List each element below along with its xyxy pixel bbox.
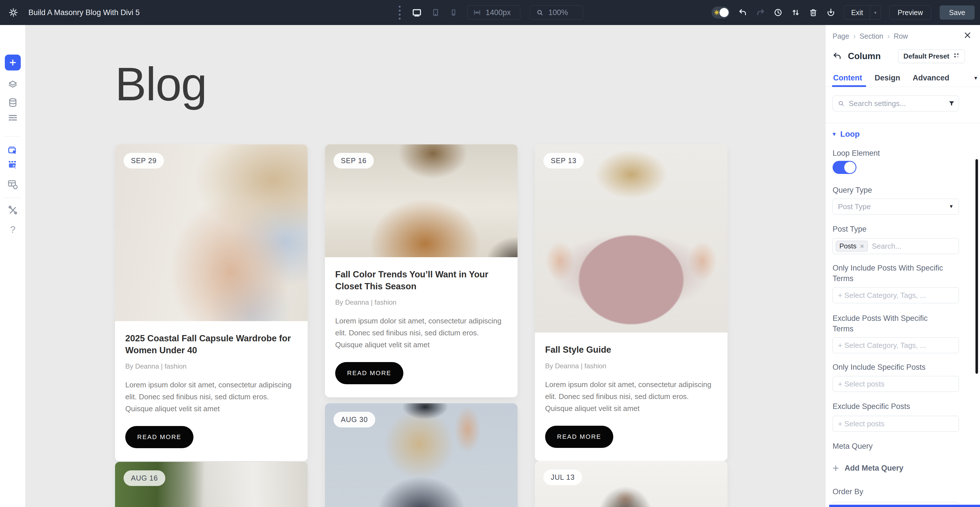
post-date-badge: AUG 16 bbox=[124, 470, 165, 486]
chip-label: Posts bbox=[839, 242, 856, 250]
settings-tabs: Content Design Advanced ▾ bbox=[833, 73, 966, 83]
blog-post-card[interactable]: SEP 29 2025 Coastal Fall Capsule Wardrob… bbox=[115, 144, 308, 461]
block-select-mode-icon[interactable] bbox=[0, 160, 25, 171]
post-date-badge: SEP 29 bbox=[124, 153, 164, 169]
post-card-body: 2025 Coastal Fall Capsule Wardrobe for W… bbox=[115, 321, 308, 461]
page-settings-gear-icon[interactable] bbox=[8, 8, 18, 18]
breadcrumb-item-row[interactable]: Row bbox=[894, 32, 908, 40]
light-dark-mode-toggle[interactable] bbox=[711, 6, 730, 19]
blog-post-card[interactable]: AUG 30 bbox=[325, 403, 517, 507]
include-posts-label: Only Include Specific Posts bbox=[832, 362, 943, 373]
blog-post-card[interactable]: AUG 16 bbox=[115, 462, 308, 507]
help-icon[interactable]: ? bbox=[0, 224, 25, 235]
post-title[interactable]: 2025 Coastal Fall Capsule Wardrobe for W… bbox=[125, 333, 298, 356]
post-type-label: Post Type bbox=[832, 224, 943, 234]
toolbar-left: Build A Masonry Blog With Divi 5 bbox=[8, 0, 140, 25]
post-date-badge: SEP 16 bbox=[334, 153, 374, 169]
redo-icon[interactable] bbox=[756, 8, 765, 17]
view-options-kebab-icon[interactable] bbox=[397, 5, 402, 21]
exclude-terms-label: Exclude Posts With Specific Terms bbox=[832, 313, 943, 334]
page-layout-icon[interactable] bbox=[0, 179, 25, 190]
post-title[interactable]: Fall Style Guide bbox=[545, 344, 717, 356]
add-meta-query-button[interactable]: + Add Meta Query bbox=[832, 463, 903, 474]
portability-icon[interactable] bbox=[826, 8, 835, 17]
tablet-view-icon[interactable] bbox=[431, 8, 440, 17]
toolbar-right: Exit ▾ Preview Save bbox=[711, 0, 975, 25]
read-more-button[interactable]: READ MORE bbox=[125, 426, 193, 448]
viewport-width-input[interactable]: 1400px bbox=[467, 5, 520, 20]
database-icon[interactable] bbox=[0, 97, 25, 108]
phone-view-icon[interactable] bbox=[450, 8, 458, 16]
include-posts-field[interactable] bbox=[832, 376, 959, 392]
settings-search-input[interactable] bbox=[849, 99, 944, 108]
layers-panel-icon[interactable] bbox=[0, 79, 25, 90]
chip-remove-icon[interactable]: × bbox=[860, 242, 864, 251]
close-panel-icon[interactable] bbox=[964, 31, 972, 40]
tabs-caret-icon[interactable]: ▾ bbox=[974, 75, 977, 81]
breadcrumb-item-page[interactable]: Page bbox=[832, 32, 849, 40]
exit-dropdown-caret-icon[interactable]: ▾ bbox=[870, 6, 881, 19]
read-more-button[interactable]: READ MORE bbox=[335, 362, 403, 384]
post-type-field[interactable]: Posts × bbox=[832, 238, 959, 254]
tab-design[interactable]: Design bbox=[875, 73, 900, 83]
toggle-knob bbox=[844, 162, 856, 173]
post-featured-image: JUL 13 bbox=[535, 461, 727, 507]
history-clock-icon[interactable] bbox=[773, 8, 783, 17]
loop-section-header[interactable]: ▾ Loop bbox=[832, 129, 859, 139]
trash-icon[interactable] bbox=[809, 8, 818, 17]
exit-button-label[interactable]: Exit bbox=[844, 8, 870, 17]
add-meta-query-label: Add Meta Query bbox=[845, 464, 903, 473]
query-type-select[interactable]: Post Type ▼ bbox=[832, 199, 959, 215]
tab-content[interactable]: Content bbox=[833, 73, 862, 83]
breadcrumb-item-section[interactable]: Section bbox=[859, 32, 883, 40]
developer-tools-icon[interactable] bbox=[0, 205, 25, 215]
loop-element-toggle[interactable] bbox=[832, 161, 856, 174]
panel-scrollbar-thumb[interactable] bbox=[975, 159, 978, 374]
settings-search[interactable] bbox=[832, 96, 959, 112]
back-arrow-icon[interactable] bbox=[832, 52, 842, 61]
query-type-label: Query Type bbox=[832, 185, 943, 196]
meta-query-label: Meta Query bbox=[832, 441, 943, 451]
blog-post-card[interactable]: SEP 13 Fall Style Guide By Deanna | fash… bbox=[535, 144, 727, 461]
exit-button[interactable]: Exit ▾ bbox=[844, 5, 881, 20]
zoom-level-input[interactable]: 100% bbox=[530, 5, 583, 20]
top-toolbar: Build A Masonry Blog With Divi 5 1400px bbox=[0, 0, 980, 25]
post-excerpt: Lorem ipsum dolor sit amet, consectetur … bbox=[125, 379, 298, 415]
exclude-posts-field[interactable] bbox=[832, 416, 959, 432]
post-featured-image: SEP 29 bbox=[115, 144, 308, 321]
builder-sidebar: ? bbox=[0, 25, 25, 507]
save-button[interactable]: Save bbox=[940, 5, 975, 20]
element-header: Column bbox=[832, 51, 881, 61]
undo-icon[interactable] bbox=[738, 8, 747, 17]
desktop-view-icon[interactable] bbox=[412, 8, 422, 18]
toolbar-center: 1400px 100% bbox=[397, 0, 583, 25]
sort-up-down-icon[interactable] bbox=[791, 8, 800, 17]
preview-button[interactable]: Preview bbox=[889, 5, 931, 20]
post-type-search-input[interactable] bbox=[872, 242, 956, 251]
post-meta: By Deanna | fashion bbox=[335, 298, 508, 306]
query-type-value: Post Type bbox=[838, 202, 871, 211]
page-canvas[interactable]: Blog SEP 29 2025 Coastal Fall Capsule Wa… bbox=[25, 25, 825, 507]
include-terms-field[interactable] bbox=[832, 287, 959, 303]
default-preset-button[interactable]: Default Preset bbox=[898, 49, 965, 63]
element-select-mode-icon[interactable] bbox=[0, 145, 25, 156]
post-title[interactable]: Fall Color Trends You’ll Want in Your Cl… bbox=[335, 269, 508, 292]
breadcrumb-separator-icon: › bbox=[853, 32, 856, 41]
blog-post-card[interactable]: JUL 13 bbox=[535, 461, 727, 507]
viewport-width-value: 1400px bbox=[486, 8, 511, 17]
blog-post-card[interactable]: SEP 16 Fall Color Trends You’ll Want in … bbox=[325, 144, 517, 397]
tab-advanced[interactable]: Advanced bbox=[913, 73, 949, 83]
toggle-knob bbox=[719, 8, 729, 17]
exclude-terms-field[interactable] bbox=[832, 337, 959, 353]
chevron-down-icon: ▼ bbox=[949, 204, 954, 209]
loop-section-title: Loop bbox=[840, 129, 859, 139]
loop-element-label: Loop Element bbox=[832, 148, 943, 159]
post-date-badge: JUL 13 bbox=[543, 469, 582, 485]
filter-funnel-icon[interactable] bbox=[948, 100, 955, 107]
post-type-tag-chip[interactable]: Posts × bbox=[836, 241, 868, 252]
post-card-body: Fall Color Trends You’ll Want in Your Cl… bbox=[325, 257, 517, 397]
element-title: Column bbox=[848, 51, 881, 61]
add-module-button[interactable] bbox=[5, 54, 21, 70]
wireframe-view-icon[interactable] bbox=[0, 113, 25, 123]
read-more-button[interactable]: READ MORE bbox=[545, 426, 613, 448]
